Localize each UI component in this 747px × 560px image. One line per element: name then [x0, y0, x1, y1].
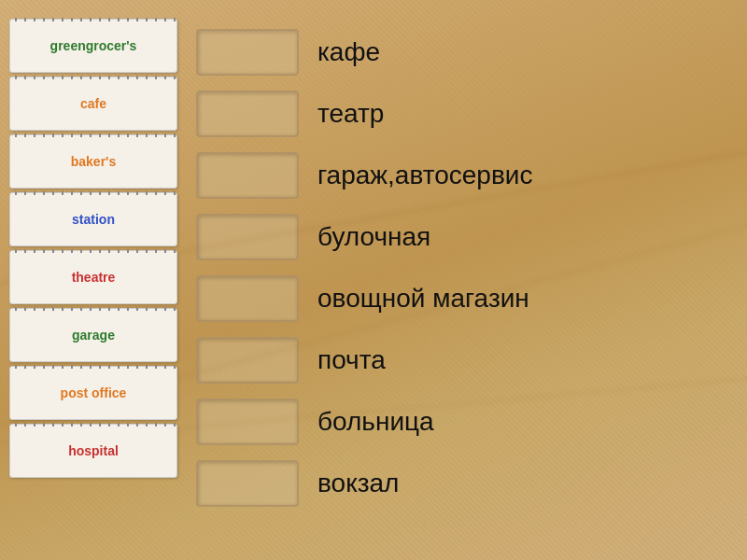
drop-zone-row-hospital[interactable] [196, 399, 299, 445]
row-item-row-garage: гараж,автосервис [196, 147, 738, 204]
card-station[interactable]: station [9, 192, 177, 246]
card-label-theatre: theatre [72, 270, 116, 285]
drop-zone-row-bakers[interactable] [196, 214, 299, 260]
card-label-greengrocer: greengrocer's [50, 38, 137, 53]
drop-zone-row-station[interactable] [196, 460, 299, 507]
russian-word-row-bakers: булочная [317, 222, 430, 252]
russian-word-row-cafe: кафе [317, 37, 380, 67]
card-label-station: station [72, 212, 115, 227]
row-item-row-theatre: театр [196, 85, 738, 143]
drop-zone-row-greengrocer[interactable] [196, 275, 299, 322]
russian-word-row-greengrocer: овощной магазин [317, 284, 529, 314]
drop-zone-row-theatre[interactable] [196, 91, 299, 137]
card-label-postoffice: post office [61, 385, 127, 400]
drop-zone-row-garage[interactable] [196, 152, 299, 199]
card-label-garage: garage [72, 328, 115, 343]
card-greengrocer[interactable]: greengrocer's [9, 19, 177, 73]
card-theatre[interactable]: theatre [9, 250, 177, 304]
card-cafe[interactable]: cafe [9, 77, 177, 131]
card-postoffice[interactable]: post office [9, 366, 177, 420]
left-column: greengrocer'scafebaker'sstationtheatrega… [9, 19, 177, 478]
russian-word-row-postoffice: почта [317, 345, 386, 375]
card-bakers[interactable]: baker's [9, 134, 177, 189]
row-item-row-cafe: кафе [196, 23, 738, 81]
card-garage[interactable]: garage [9, 308, 177, 362]
russian-word-row-station: вокзал [317, 469, 399, 498]
row-item-row-bakers: булочная [196, 208, 738, 266]
row-item-row-greengrocer: овощной магазин [196, 270, 738, 328]
card-label-bakers: baker's [71, 154, 116, 169]
drop-zone-row-postoffice[interactable] [196, 337, 299, 384]
row-item-row-postoffice: почта [196, 331, 738, 389]
main-container: greengrocer'scafebaker'sstationtheatrega… [0, 0, 747, 560]
row-item-row-hospital: больница [196, 393, 738, 451]
russian-word-row-garage: гараж,автосервис [317, 161, 532, 190]
right-column: кафетеатргараж,автосервисбулочнаяовощной… [196, 19, 738, 512]
row-item-row-station: вокзал [196, 455, 738, 512]
drop-zone-row-cafe[interactable] [196, 29, 299, 76]
card-label-hospital: hospital [68, 443, 119, 458]
card-hospital[interactable]: hospital [9, 424, 177, 478]
russian-word-row-hospital: больница [317, 407, 434, 437]
russian-word-row-theatre: театр [317, 99, 384, 129]
card-label-cafe: cafe [80, 96, 106, 111]
